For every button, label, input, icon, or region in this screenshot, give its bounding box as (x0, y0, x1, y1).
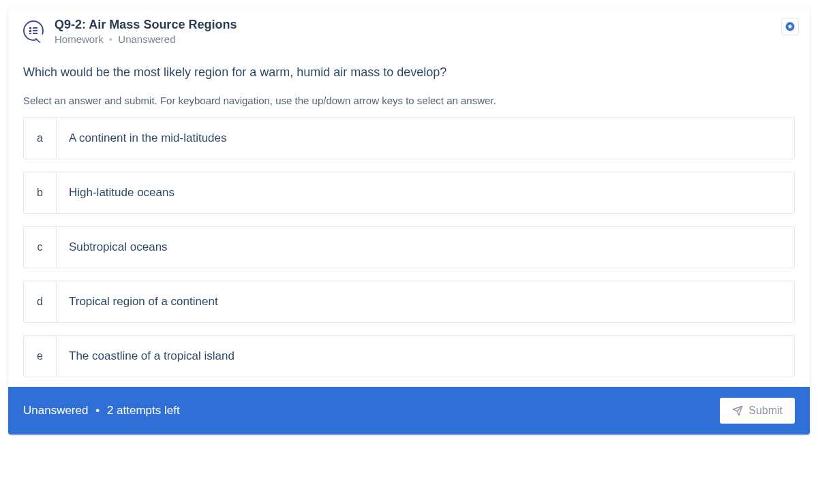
submit-button[interactable]: Submit (720, 398, 795, 424)
send-icon (732, 405, 743, 416)
footer-status-text: Unanswered (23, 404, 88, 417)
question-card: Q9-2: Air Mass Source Regions Homework •… (8, 8, 810, 435)
title-block: Q9-2: Air Mass Source Regions Homework •… (55, 18, 781, 45)
option-text: A continent in the mid-latitudes (57, 118, 794, 159)
option-letter: e (24, 336, 57, 377)
footer-separator: • (95, 404, 100, 417)
question-header: Q9-2: Air Mass Source Regions Homework •… (8, 8, 810, 48)
question-body: Which would be the most likely region fo… (8, 48, 810, 387)
option-text: The coastline of a tropical island (57, 336, 794, 377)
footer-status: Unanswered • 2 attempts left (23, 404, 180, 418)
meta-separator: • (109, 33, 112, 45)
category-label: Homework (55, 33, 104, 45)
answer-option-d[interactable]: d Tropical region of a continent (23, 281, 795, 323)
option-letter: c (24, 227, 57, 268)
option-text: Tropical region of a continent (57, 281, 794, 322)
question-meta: Homework • Unanswered (55, 33, 781, 45)
answer-option-a[interactable]: a A continent in the mid-latitudes (23, 117, 795, 159)
attempts-left: 2 attempts left (107, 404, 180, 417)
question-title: Q9-2: Air Mass Source Regions (55, 18, 781, 32)
answer-option-c[interactable]: c Subtropical oceans (23, 226, 795, 268)
option-text: High-latitude oceans (57, 172, 794, 213)
submit-label: Submit (748, 405, 783, 417)
question-prompt: Which would be the most likely region fo… (23, 65, 795, 80)
bookmark-button[interactable] (781, 18, 799, 35)
answer-option-e[interactable]: e The coastline of a tropical island (23, 335, 795, 377)
star-icon (785, 22, 795, 31)
option-letter: a (24, 118, 57, 159)
question-footer: Unanswered • 2 attempts left Submit (8, 387, 810, 435)
answer-option-b[interactable]: b High-latitude oceans (23, 172, 795, 214)
option-letter: b (24, 172, 57, 213)
status-label: Unanswered (118, 33, 175, 45)
option-text: Subtropical oceans (57, 227, 794, 268)
instructions-text: Select an answer and submit. For keyboar… (23, 95, 795, 106)
option-letter: d (24, 281, 57, 322)
multiple-choice-icon (23, 20, 44, 41)
